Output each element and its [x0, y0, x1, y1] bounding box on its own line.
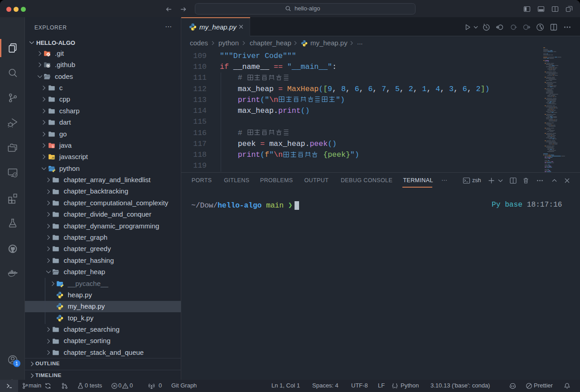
- svg-text:JS: JS: [51, 157, 54, 160]
